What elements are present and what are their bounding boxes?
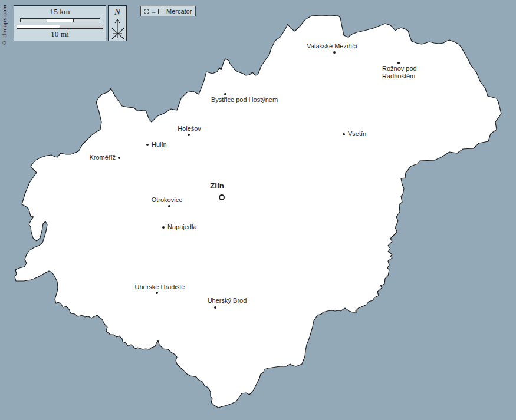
- city-label: Hulín: [152, 141, 167, 148]
- city-dot-marker: [333, 51, 336, 54]
- city-label: Uherské Hradiště: [135, 283, 185, 291]
- cities-layer: Valašské MeziříčíRožnov podRadhoštěmByst…: [0, 0, 516, 420]
- city-label: Bystřice pod Hostýnem: [211, 96, 278, 104]
- city-label: Rožnov podRadhoštěm: [382, 65, 417, 80]
- city-dot-marker: [156, 292, 158, 294]
- city-label: Kroměříž: [89, 154, 116, 161]
- city-label: Napajedla: [167, 223, 197, 231]
- city-dot-marker: [214, 306, 216, 309]
- city-dot-marker: [397, 62, 400, 64]
- city-dot-marker: [162, 226, 165, 229]
- city-label: Zlín: [210, 181, 224, 190]
- city-label: Holešov: [178, 125, 201, 133]
- city-dot-marker: [188, 134, 190, 136]
- city-dot-marker: [146, 144, 149, 146]
- city-label: Otrokovice: [152, 196, 183, 204]
- city-dot-marker: [168, 205, 170, 207]
- city-label: Uherský Brod: [208, 297, 247, 305]
- city-dot-marker: [118, 157, 120, 159]
- city-label: Valašské Meziříčí: [307, 42, 357, 50]
- city-label: Vsetín: [348, 130, 366, 138]
- map-canvas: © d-maps.com 15 km 10 mi N → Mercator Va…: [0, 0, 516, 420]
- capital-marker: [219, 194, 225, 200]
- city-dot-marker: [343, 133, 345, 135]
- city-dot-marker: [224, 93, 226, 95]
